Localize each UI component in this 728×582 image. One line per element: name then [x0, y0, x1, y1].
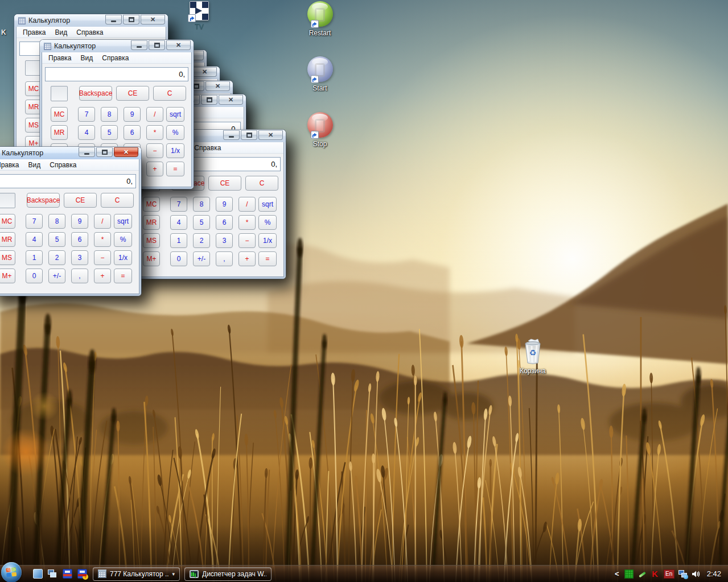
close-button[interactable]: ✕ — [141, 15, 165, 24]
calc-key-%[interactable]: % — [166, 125, 184, 140]
tray-antivirus-icon[interactable]: K — [651, 569, 660, 579]
maximize-button[interactable] — [123, 15, 139, 24]
calc-key-3[interactable]: 3 — [71, 250, 88, 265]
menu-item-2[interactable]: Справка — [45, 160, 81, 170]
calc-key-6[interactable]: 6 — [124, 125, 141, 140]
calc-key-1/x[interactable]: 1/x — [114, 250, 132, 265]
calc-key-8[interactable]: 8 — [48, 214, 65, 229]
tray-network-monitor-icon[interactable] — [624, 569, 634, 579]
volume-icon[interactable] — [692, 569, 701, 579]
calc-key-sqrt[interactable]: sqrt — [166, 107, 184, 122]
calc-key-MC[interactable]: MC — [0, 214, 15, 229]
calc-key-Backspace[interactable]: Backspace — [27, 193, 60, 208]
calc-key-7[interactable]: 7 — [78, 107, 95, 122]
calc-key-MC[interactable]: MC — [51, 107, 68, 122]
calc-key-3[interactable]: 3 — [216, 233, 233, 248]
calc-key-5[interactable]: 5 — [48, 232, 65, 247]
calc-key-4[interactable]: 4 — [170, 215, 187, 230]
calc-key-C[interactable]: C — [101, 193, 134, 208]
calc-key-C[interactable]: C — [153, 86, 186, 101]
menu-item-2[interactable]: Справка — [190, 143, 225, 153]
menu-item-1[interactable]: Вид — [76, 53, 98, 63]
calc-key-=[interactable]: = — [114, 269, 132, 283]
maximize-button[interactable] — [149, 40, 165, 50]
taskbar-button-task-manager[interactable]: Диспетчер задач W... — [184, 567, 272, 581]
calc-key-CE[interactable]: CE — [208, 176, 241, 191]
calc-key-M+[interactable]: M+ — [143, 251, 160, 266]
calc-key-*[interactable]: * — [146, 125, 163, 140]
menu-item-0[interactable]: Правка — [44, 53, 76, 63]
close-button[interactable]: ✕ — [192, 67, 217, 77]
calc-key-,[interactable]: , — [216, 251, 233, 266]
calc-key-0[interactable]: 0 — [26, 269, 43, 283]
switch-windows-icon[interactable] — [48, 569, 57, 579]
calc-key-MC[interactable]: MC — [143, 197, 160, 212]
calc-key-%[interactable]: % — [258, 215, 277, 230]
start-button[interactable] — [1, 562, 22, 582]
calc-key-*[interactable]: * — [238, 215, 256, 230]
close-button[interactable]: ✕ — [114, 147, 138, 157]
calc-key-/[interactable]: / — [146, 107, 163, 122]
calc-key-−[interactable]: − — [146, 143, 163, 158]
desktop-icon-recycle-bin[interactable]: ♻ Корзина — [513, 339, 553, 375]
minimize-button[interactable] — [223, 130, 240, 140]
taskbar-button-calculator-group[interactable]: 777 Калькулятор ... ▾ — [93, 567, 180, 581]
calc-key-9[interactable]: 9 — [124, 107, 141, 122]
calc-titlebar[interactable]: Калькулятор ✕ — [40, 40, 194, 52]
calc-key-−[interactable]: − — [94, 250, 111, 265]
calc-key-7[interactable]: 7 — [170, 197, 187, 212]
calc-key-+/-[interactable]: +/- — [48, 269, 65, 283]
calc-key-M+[interactable]: M+ — [0, 269, 15, 283]
menu-item-1[interactable]: Вид — [24, 160, 46, 170]
calc-key-2[interactable]: 2 — [48, 250, 65, 265]
quick-launch-disk-icon[interactable] — [63, 569, 72, 579]
calc-key-MS[interactable]: MS — [143, 233, 160, 248]
calc-key-8[interactable]: 8 — [193, 197, 210, 212]
maximize-button[interactable] — [96, 147, 113, 157]
calc-key-8[interactable]: 8 — [101, 107, 118, 122]
menu-item-0[interactable]: Правка — [18, 27, 51, 38]
calc-key-=[interactable]: = — [166, 162, 184, 176]
calc-key-4[interactable]: 4 — [78, 125, 95, 140]
maximize-button[interactable] — [201, 95, 217, 105]
calc-key-9[interactable]: 9 — [71, 214, 88, 229]
maximize-button[interactable] — [241, 130, 257, 140]
calc-key-1/x[interactable]: 1/x — [166, 143, 184, 158]
calc-key-=[interactable]: = — [258, 251, 277, 266]
desktop-icon-stop[interactable]: Stop — [300, 112, 340, 148]
calc-key-MS[interactable]: MS — [0, 250, 15, 265]
minimize-button[interactable] — [79, 147, 95, 157]
close-button[interactable]: ✕ — [205, 81, 230, 91]
menu-item-2[interactable]: Справка — [97, 53, 133, 63]
menu-item-0[interactable]: Правка — [0, 160, 24, 170]
calc-key-−[interactable]: − — [238, 233, 256, 248]
network-icon[interactable] — [678, 569, 688, 579]
calc-key-,[interactable]: , — [71, 269, 88, 283]
calc-titlebar[interactable]: Калькулятор ✕ — [0, 147, 141, 159]
close-button[interactable]: ✕ — [258, 130, 283, 140]
menu-item-2[interactable]: Справка — [72, 27, 108, 38]
close-button[interactable]: ✕ — [219, 95, 243, 105]
minimize-button[interactable] — [131, 40, 147, 50]
show-desktop-icon[interactable] — [33, 569, 43, 579]
calc-key-9[interactable]: 9 — [216, 197, 233, 212]
calc-key-MR[interactable]: MR — [0, 232, 15, 247]
calc-key-Backspace[interactable]: Backspace — [79, 86, 112, 101]
calc-key-+[interactable]: + — [94, 269, 111, 283]
calc-key-CE[interactable]: CE — [64, 193, 97, 208]
calc-key-/[interactable]: / — [238, 197, 256, 212]
calc-key-sqrt[interactable]: sqrt — [114, 214, 132, 229]
calc-key-4[interactable]: 4 — [26, 232, 43, 247]
desktop-icon-tv[interactable]: TV — [179, 1, 219, 31]
calc-key-+[interactable]: + — [238, 251, 256, 266]
calc-key-6[interactable]: 6 — [216, 215, 233, 230]
calc-key-+/-[interactable]: +/- — [193, 251, 210, 266]
calc-key-CE[interactable]: CE — [116, 86, 149, 101]
calc-key-1/x[interactable]: 1/x — [258, 233, 277, 248]
calc-key-7[interactable]: 7 — [26, 214, 43, 229]
calc-key-1[interactable]: 1 — [170, 233, 187, 248]
desktop-icon-start[interactable]: Start — [300, 56, 340, 92]
calc-key-0[interactable]: 0 — [170, 251, 187, 266]
tray-pencil-icon[interactable] — [637, 569, 647, 579]
quick-launch-disk-warning-icon[interactable]: ! — [77, 569, 87, 579]
